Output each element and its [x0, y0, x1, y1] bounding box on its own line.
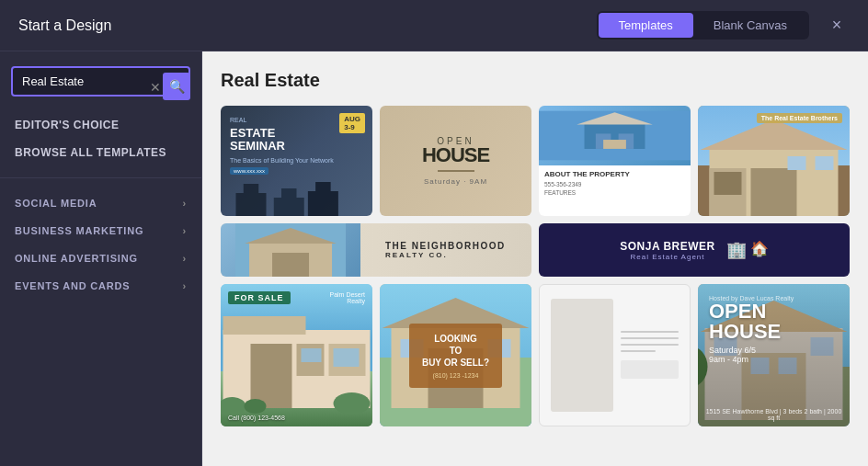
- svg-rect-26: [251, 344, 292, 408]
- property-details: 555-356-2349FEATURES: [544, 180, 685, 197]
- chevron-right-icon: ›: [183, 280, 187, 291]
- sidebar-category-label: business Marketing: [15, 225, 143, 236]
- looking-phone: (810) 123 -1234: [422, 372, 489, 379]
- card-tags: www.xxx.xxx: [230, 167, 363, 175]
- neighborhood-title: THE NEIGHBORHOOD: [385, 241, 506, 251]
- template-real-estate-seminar[interactable]: AUG3-9 REAL ESTATESEMINAR The Basics of …: [221, 106, 372, 216]
- address-line: [621, 344, 678, 346]
- template-postcard[interactable]: [539, 284, 691, 426]
- neighborhood-text: THE NEIGHBORHOOD REALTY CO.: [376, 241, 506, 259]
- house-photo: [539, 106, 691, 165]
- modal: Start a Design Templates Blank Canvas × …: [0, 0, 868, 466]
- sidebar-item-business-marketing[interactable]: business Marketing ›: [0, 217, 201, 244]
- sidebar-category-label: SOCIAL MEDIA: [15, 198, 97, 209]
- template-open-house-1[interactable]: OPEN HOUSE Saturday · 9AM: [380, 106, 531, 216]
- hosted-by: Hosted by Dave Lucas Realty: [709, 295, 794, 301]
- template-sonja-brewer[interactable]: SONJA BREWER Real Estate Agent 🏢 🏠: [539, 223, 850, 277]
- svg-marker-2: [308, 182, 338, 216]
- card-content: OPEN HOUSE Saturday · 9AM: [422, 136, 489, 186]
- tab-blank-canvas[interactable]: Blank Canvas: [693, 13, 807, 38]
- neighborhood-subtitle: REALTY CO.: [385, 251, 506, 259]
- results-title: Real Estate: [221, 70, 850, 91]
- chevron-right-icon: ›: [183, 198, 187, 209]
- postcard-image-area: [551, 299, 613, 411]
- svg-rect-16: [788, 156, 806, 170]
- browse-all-link[interactable]: BROWSE ALL TEMPLATES: [0, 139, 201, 166]
- stamp-area: [621, 360, 678, 379]
- sonja-text: SONJA BREWER Real Estate Agent: [620, 240, 715, 261]
- property-name: ABOUT THE PROPERTY: [544, 170, 685, 178]
- sidebar-category-label: OnLINE ADVERTISING: [15, 253, 138, 264]
- template-real-estate-brothers[interactable]: The Real Estate Brothers: [698, 106, 850, 216]
- sidebar-item-online-advertising[interactable]: OnLINE ADVERTISING ›: [0, 244, 201, 272]
- template-for-sale[interactable]: FOR SALE Palm DesertRealty Call (800) 12…: [221, 284, 372, 426]
- modal-header: Start a Design Templates Blank Canvas ×: [0, 0, 868, 51]
- svg-rect-8: [603, 140, 626, 149]
- template-open-house-2[interactable]: Hosted by Dave Lucas Realty OPENHOUSE Sa…: [698, 284, 850, 426]
- openhouse2-address: 1515 SE Hawthorne Blvd | 3 beds 2 bath |…: [705, 408, 842, 421]
- modal-body: ✕ 🔍 EDITOR'S CHOICE BROWSE ALL TEMPLATES…: [0, 51, 868, 466]
- building-icon: 🏢: [726, 240, 747, 260]
- svg-rect-30: [334, 348, 360, 367]
- svg-rect-13: [751, 168, 797, 216]
- editors-choice-link[interactable]: EDITOR'S CHOICE: [0, 111, 201, 139]
- search-icon: 🔍: [169, 79, 185, 94]
- svg-marker-0: [236, 184, 267, 216]
- sidebar-item-social-media[interactable]: SOCIAL MEDIA ›: [0, 189, 201, 217]
- openhouse2-title: OPENHOUSE: [709, 301, 794, 342]
- tag: www.xxx.xxx: [230, 167, 268, 175]
- forsale-info: Call (800) 123-4568: [228, 415, 365, 421]
- card-divider: [438, 170, 474, 172]
- search-submit-button[interactable]: 🔍: [163, 73, 190, 100]
- svg-rect-29: [302, 348, 322, 362]
- svg-point-32: [245, 399, 267, 414]
- forsale-agent: Palm DesertRealty: [329, 291, 365, 304]
- card-info: ABOUT THE PROPERTY 555-356-2349FEATURES: [539, 165, 691, 216]
- template-property-listing[interactable]: ABOUT THE PROPERTY 555-356-2349FEATURES: [539, 106, 691, 216]
- tab-group: Templates Blank Canvas: [597, 11, 809, 40]
- openhouse2-text: Hosted by Dave Lucas Realty OPENHOUSE Sa…: [709, 295, 794, 364]
- svg-rect-15: [714, 172, 742, 195]
- svg-marker-1: [274, 188, 304, 216]
- modal-title: Start a Design: [18, 17, 111, 34]
- card-badge: The Real Estate Brothers: [757, 113, 842, 123]
- main-content: Real Estate AUG3-9 REAL ESTATESEMINAR Th…: [202, 51, 868, 466]
- template-neighborhood-realty[interactable]: THE NEIGHBORHOOD REALTY CO.: [221, 223, 531, 277]
- date-badge: AUG3-9: [339, 113, 365, 133]
- search-clear-button[interactable]: ✕: [150, 80, 161, 95]
- sidebar-item-events-cards[interactable]: EVENTS And caRDS ›: [0, 272, 201, 300]
- tab-templates[interactable]: Templates: [599, 13, 693, 38]
- svg-rect-21: [272, 253, 309, 277]
- template-looking-buy-sell[interactable]: LOOKINGTOBUY OR SELL? (810) 123 -1234: [380, 284, 531, 426]
- card-subtitle: The Basics of Building Your Network: [230, 157, 363, 164]
- forsale-badge: FOR SALE: [228, 291, 291, 304]
- openhouse2-date: Saturday 6/59am - 4pm: [709, 346, 794, 364]
- looking-overlay: LOOKINGTOBUY OR SELL? (810) 123 -1234: [409, 324, 502, 388]
- svg-rect-17: [816, 156, 834, 170]
- sonja-name: SONJA BREWER: [620, 240, 715, 253]
- chevron-right-icon: ›: [183, 225, 187, 236]
- address-line: [621, 331, 678, 333]
- address-line: [621, 350, 655, 352]
- close-button[interactable]: ×: [824, 13, 850, 39]
- neighborhood-house-photo: [221, 223, 360, 277]
- sidebar: ✕ 🔍 EDITOR'S CHOICE BROWSE ALL TEMPLATES…: [0, 51, 202, 466]
- search-wrapper: ✕ 🔍: [0, 66, 201, 111]
- postcard-lines: [621, 331, 678, 379]
- sonja-icons: 🏢 🏠: [726, 240, 769, 260]
- svg-point-33: [334, 392, 371, 415]
- sidebar-divider: [0, 177, 201, 178]
- svg-rect-25: [223, 316, 306, 335]
- house-icon: 🏠: [750, 240, 769, 260]
- sidebar-category-label: EVENTS And caRDS: [15, 280, 130, 291]
- postcard-content: [551, 299, 679, 411]
- chevron-right-icon: ›: [183, 253, 187, 264]
- looking-title: LOOKINGTOBUY OR SELL?: [422, 333, 489, 369]
- address-line: [621, 337, 678, 339]
- building-silhouette: [221, 175, 372, 216]
- sonja-title: Real Estate Agent: [620, 253, 715, 261]
- card-main-title: HOUSE: [422, 146, 489, 165]
- templates-grid: AUG3-9 REAL ESTATESEMINAR The Basics of …: [221, 106, 850, 426]
- card-subtitle: Saturday · 9AM: [422, 177, 489, 186]
